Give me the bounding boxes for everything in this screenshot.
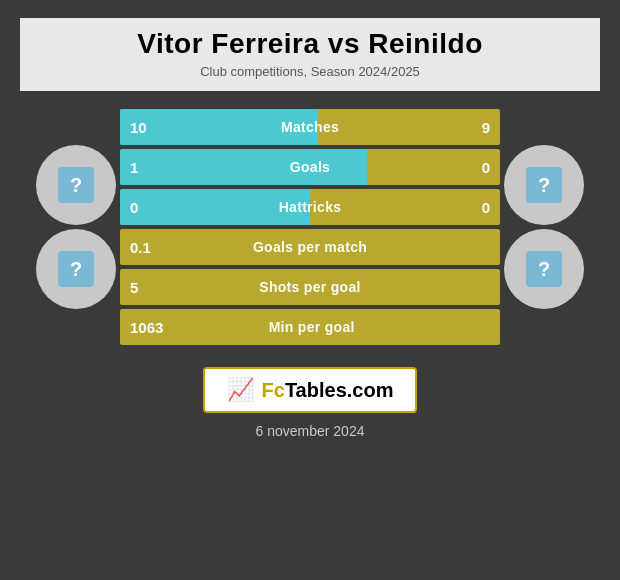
title-text: Vitor Ferreira vs Reinildo [137,28,483,59]
right-avatars: ? ? [504,101,592,353]
stats-section: 10 Matches 9 1 Goals 0 [120,101,500,353]
stat-left-gpm: 0.1 [120,239,160,256]
left-avatars: ? ? [28,101,116,353]
player2-question-icon2: ? [526,251,562,287]
page-title: Vitor Ferreira vs Reinildo [20,18,600,64]
date-text: 6 november 2024 [256,423,365,439]
player1-avatar: ? [36,145,116,225]
stat-left-matches: 10 [120,119,160,136]
stat-left-goals: 1 [120,159,160,176]
stat-row-goals: 1 Goals 0 [120,149,500,185]
stat-row-inner-mpg: 1063 Min per goal [120,309,500,345]
stat-left-spg: 5 [120,279,160,296]
stat-row-inner-goals: 1 Goals 0 [120,149,500,185]
stat-left-mpg: 1063 [120,319,163,336]
page-wrapper: Vitor Ferreira vs Reinildo Club competit… [0,0,620,580]
stat-row-matches: 10 Matches 9 [120,109,500,145]
player2-avatar: ? [504,145,584,225]
main-section: ? ? 10 Matches 9 [20,101,600,353]
player1-question-icon2: ? [58,251,94,287]
player1-avatar2: ? [36,229,116,309]
subtitle-text: Club competitions, Season 2024/2025 [20,64,600,91]
stat-row-inner-gpm: 0.1 Goals per match [120,229,500,265]
top-card: Vitor Ferreira vs Reinildo Club competit… [20,18,600,91]
stat-label-mpg: Min per goal [163,319,460,335]
player1-question-icon: ? [58,167,94,203]
stat-row-inner-spg: 5 Shots per goal [120,269,500,305]
watermark-box: 📈 FcTables.com [203,367,418,413]
stat-label-goals: Goals [160,159,460,175]
stat-row-mpg: 1063 Min per goal [120,309,500,345]
stat-label-hattricks: Hattricks [160,199,460,215]
watermark-icon: 📈 [227,377,254,403]
player2-question-icon: ? [526,167,562,203]
content-area: ? ? 10 Matches 9 [20,91,600,570]
player2-avatar2: ? [504,229,584,309]
stat-row-hattricks: 0 Hattricks 0 [120,189,500,225]
stat-right-goals: 0 [460,159,500,176]
watermark-area: 📈 FcTables.com 6 november 2024 [203,367,418,439]
stat-row-spg: 5 Shots per goal [120,269,500,305]
stat-right-matches: 9 [460,119,500,136]
stat-row-gpm: 0.1 Goals per match [120,229,500,265]
stat-left-hattricks: 0 [120,199,160,216]
stat-row-inner-hattricks: 0 Hattricks 0 [120,189,500,225]
stat-label-spg: Shots per goal [160,279,460,295]
stat-label-gpm: Goals per match [160,239,460,255]
stat-right-hattricks: 0 [460,199,500,216]
stat-row-inner-matches: 10 Matches 9 [120,109,500,145]
stat-label-matches: Matches [160,119,460,135]
watermark-text: FcTables.com [262,379,394,402]
